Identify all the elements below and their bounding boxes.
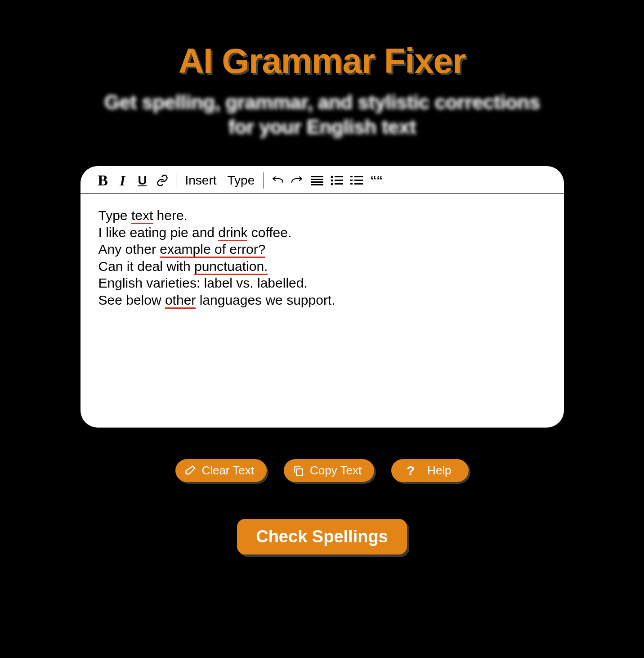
svg-rect-1 bbox=[311, 179, 323, 180]
numbered-list-icon bbox=[350, 175, 363, 186]
error-underline: other bbox=[165, 293, 196, 309]
redo-icon bbox=[291, 176, 304, 185]
undo-button[interactable] bbox=[268, 171, 286, 189]
error-underline: text bbox=[131, 208, 153, 224]
link-icon bbox=[156, 174, 169, 187]
clear-text-label: Clear Text bbox=[201, 464, 254, 478]
copy-text-button[interactable]: Copy Text bbox=[284, 459, 374, 482]
svg-rect-10 bbox=[350, 176, 353, 177]
align-button[interactable] bbox=[308, 171, 326, 189]
question-icon: ? bbox=[404, 464, 417, 478]
text-line: I like eating pie and drink coffee. bbox=[98, 224, 546, 241]
align-icon bbox=[311, 175, 323, 186]
svg-rect-14 bbox=[350, 183, 353, 185]
svg-point-6 bbox=[331, 180, 333, 182]
svg-rect-11 bbox=[354, 176, 363, 177]
check-spellings-button[interactable]: Check Spellings bbox=[237, 519, 407, 554]
bold-button[interactable]: B bbox=[94, 171, 112, 189]
svg-rect-13 bbox=[354, 180, 363, 181]
link-button[interactable] bbox=[153, 171, 171, 189]
svg-rect-15 bbox=[354, 183, 363, 185]
eraser-icon bbox=[183, 464, 197, 478]
text-line: Any other example of error? bbox=[98, 241, 546, 258]
help-button[interactable]: ? Help bbox=[391, 459, 468, 482]
bullet-list-icon bbox=[331, 175, 343, 186]
editor-toolbar: B I U Insert Type bbox=[80, 166, 564, 194]
quote-button[interactable]: ““ bbox=[367, 171, 385, 189]
redo-button[interactable] bbox=[288, 171, 306, 189]
svg-point-4 bbox=[331, 176, 333, 178]
italic-button[interactable]: I bbox=[114, 171, 132, 189]
editor-textarea[interactable]: Type text here. I like eating pie and dr… bbox=[80, 194, 564, 428]
svg-point-8 bbox=[331, 183, 333, 185]
text-line: See below other languages we support. bbox=[98, 292, 546, 309]
help-label: Help bbox=[427, 464, 451, 478]
type-menu[interactable]: Type bbox=[223, 173, 259, 188]
bullet-list-button[interactable] bbox=[328, 171, 346, 189]
text-line: English varieties: label vs. labelled. bbox=[98, 275, 546, 292]
clear-text-button[interactable]: Clear Text bbox=[175, 459, 267, 482]
undo-icon bbox=[271, 176, 284, 185]
copy-icon bbox=[292, 464, 305, 478]
text-line: Can it deal with punctuation. bbox=[98, 258, 546, 275]
text-line: Type text here. bbox=[98, 207, 546, 224]
svg-rect-3 bbox=[311, 184, 323, 185]
svg-rect-5 bbox=[335, 176, 343, 177]
insert-menu[interactable]: Insert bbox=[181, 173, 221, 188]
toolbar-divider bbox=[176, 172, 176, 189]
svg-rect-0 bbox=[311, 176, 323, 177]
copy-text-label: Copy Text bbox=[310, 464, 362, 478]
underline-button[interactable]: U bbox=[134, 171, 152, 189]
error-underline: punctuation. bbox=[194, 259, 268, 275]
error-underline: drink bbox=[218, 225, 247, 241]
action-button-row: Clear Text Copy Text ? Help bbox=[175, 459, 468, 482]
svg-rect-16 bbox=[297, 469, 303, 475]
svg-rect-12 bbox=[350, 180, 353, 181]
svg-rect-9 bbox=[335, 183, 343, 185]
page-title: AI Grammar Fixer bbox=[179, 41, 466, 81]
numbered-list-button[interactable] bbox=[348, 171, 366, 189]
editor-panel: B I U Insert Type bbox=[80, 166, 564, 428]
error-underline: example of error? bbox=[160, 242, 265, 258]
toolbar-divider bbox=[264, 172, 264, 189]
page-subtitle: Get spelling, grammar, and stylistic cor… bbox=[104, 90, 540, 139]
svg-rect-7 bbox=[335, 180, 343, 181]
svg-rect-2 bbox=[311, 181, 323, 183]
